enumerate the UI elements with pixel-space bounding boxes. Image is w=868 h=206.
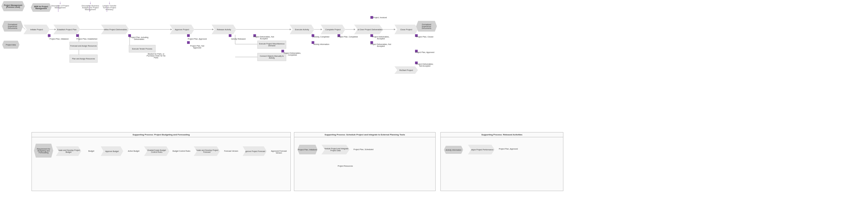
node-create-develop-forecast[interactable]: Create and Develop Project Forecast [194, 146, 220, 156]
label-project-resources: Project Resources [335, 165, 356, 167]
legend-process-level: Project Management (Process Level) [1, 1, 25, 11]
label-forecast-version: Forecast Version [222, 150, 240, 152]
node-formalized-exp-end: Formalized Experience Documents [416, 21, 437, 32]
node-approve-project[interactable]: Approve Project [170, 25, 194, 34]
node-close-project[interactable]: Close Project [395, 25, 418, 34]
node-hand-over[interactable]: Hand Over Project Deliverables [354, 25, 383, 34]
label-project-plan-completed: Project Plan, Completed [337, 36, 358, 38]
label-project-plan-initialized: Project Plan, Initialized [49, 38, 69, 40]
node-approve-project-forecast[interactable]: Approve Project Forecast [243, 146, 267, 156]
legend-hexagon-process: Project Management (Process Level) [1, 1, 25, 11]
node-schedule-integrate[interactable]: Schedule Project and Integrate Project D… [321, 145, 349, 154]
label-project-plan-incl-deliverables: Project Plan, including Deliverables [128, 36, 151, 40]
support-box-released: Supporting Process: Released Activities … [440, 132, 563, 191]
node-analyze-performance[interactable]: Analyze Project Performance [468, 145, 495, 154]
svg-rect-54 [187, 41, 190, 44]
label-project-plan-approved-end: Project Plan, Approved [415, 51, 435, 53]
support-box-schedule: Supporting Process: Schedule Project and… [294, 132, 436, 191]
svg-line-0 [23, 27, 25, 29]
node-define-deliverables[interactable]: Define Project Deliverables [101, 25, 129, 34]
label-approved-forecast-version: Approved Forecast Version [269, 150, 289, 154]
node-restart-project[interactable]: ReStart Project [395, 66, 418, 74]
diagram-container: Project Management (Process Level) BDR f… [0, 0, 868, 206]
label-active-budget: Active Budget [126, 150, 142, 152]
label-project-plan-scheduled: Project Plan, Scheduled [353, 148, 374, 150]
label-proj-deliverables-not-accepted3: Project Deliverables; Not Accepted [415, 63, 435, 67]
node-project-plan-initialized2: Project Plan, Initialized [298, 145, 317, 154]
label-project-plan-approved2: Project Plan, Approved [498, 148, 519, 150]
label-activity-information: Activity Information [311, 43, 331, 45]
node-req-budgeting: Requirement for Budgeting and Forecastin… [34, 144, 53, 157]
svg-rect-53 [187, 34, 190, 37]
node-activity-information2: Activity Information [444, 146, 463, 154]
label-project-plan-approved: Project Plan, Approved [187, 38, 207, 40]
label-budget: Budget [84, 150, 99, 152]
label-budget-control-rules: Budget Control Rules [172, 150, 191, 152]
svg-rect-55 [229, 34, 231, 37]
label-activity-released: Activity Released [229, 38, 248, 40]
label-proj-deliverables-not-accepted: Project Deliverables, Not Accepted [253, 36, 275, 39]
node-project-idea: Project Idea [2, 41, 20, 49]
svg-rect-50 [48, 34, 51, 37]
node-complete-project[interactable]: Complete Project [321, 25, 345, 34]
node-execute-tender[interactable]: Execute Tender Process [129, 45, 156, 53]
support-box-budgeting-title: Supporting Process: Project Budgeting an… [32, 133, 290, 137]
annotation-desc-ba: ↓ Description Business Analytics for Pro… [80, 1, 101, 10]
support-box-budgeting: Supporting Process: Project Budgeting an… [32, 132, 291, 191]
node-release-activity[interactable]: Release Activity [212, 25, 236, 34]
node-exec-misc-demand[interactable]: Execute Project Miscellaneous Demand [257, 41, 286, 49]
label-proj-deliverables-accepted: Project Deliverables, Accepted [370, 36, 392, 39]
node-formalized-exp-start: Formalized Experience Documents [2, 21, 23, 32]
node-forecast-assign[interactable]: Forecast and Assign Resources [69, 42, 97, 50]
legend-area: Project Management (Process Level) BDR f… [1, 1, 52, 12]
annotation-desc-pm: ↓ Description of Project Management [51, 1, 69, 8]
label-project-plan-closed: Project Plan, Closed [415, 36, 435, 38]
svg-rect-51 [76, 34, 79, 37]
label-project-plan-not-approved: Project Plan, Not Approved [187, 45, 207, 49]
support-box-schedule-title: Supporting Process: Schedule Project and… [294, 133, 435, 137]
node-create-develop-budget[interactable]: Create and Develop Project Budget [56, 146, 81, 156]
label-project-plan-established: Project Plan, Established [76, 38, 98, 40]
label-blanket-parts: Blanket for Parts, or Purchase Order for… [144, 53, 168, 59]
node-initiate-project[interactable]: Initiate Project [24, 25, 50, 34]
node-approve-budget[interactable]: Approve Budget [101, 146, 123, 156]
node-execute-activity[interactable]: Execute Activity [290, 25, 314, 34]
label-project-invoiced: Project, Invoiced [370, 17, 390, 19]
node-establish-project-plan[interactable]: Establish Project Plan [54, 25, 80, 34]
node-plan-assign[interactable]: Plan and Assign Resources [69, 55, 97, 63]
label-proj-deliverables-completed: Project Deliverables, Completed [281, 52, 303, 56]
annotation-links: ↓ Links to Transfer To/From Project Inve… [99, 1, 120, 10]
label-proj-deliverables-not-accepted2: Project Deliverables, Not Accepted [370, 43, 392, 47]
label-activity-completed: Activity, Completed [311, 36, 331, 38]
node-enable-budget-control[interactable]: Enable/Create Budget Control Rules [144, 146, 169, 156]
support-box-released-title: Supporting Process: Released Activities [441, 133, 563, 137]
legend-hexagon-bdr: BDR for Project Management [31, 3, 52, 12]
legend-bdr: BDR for Project Management [30, 3, 52, 12]
